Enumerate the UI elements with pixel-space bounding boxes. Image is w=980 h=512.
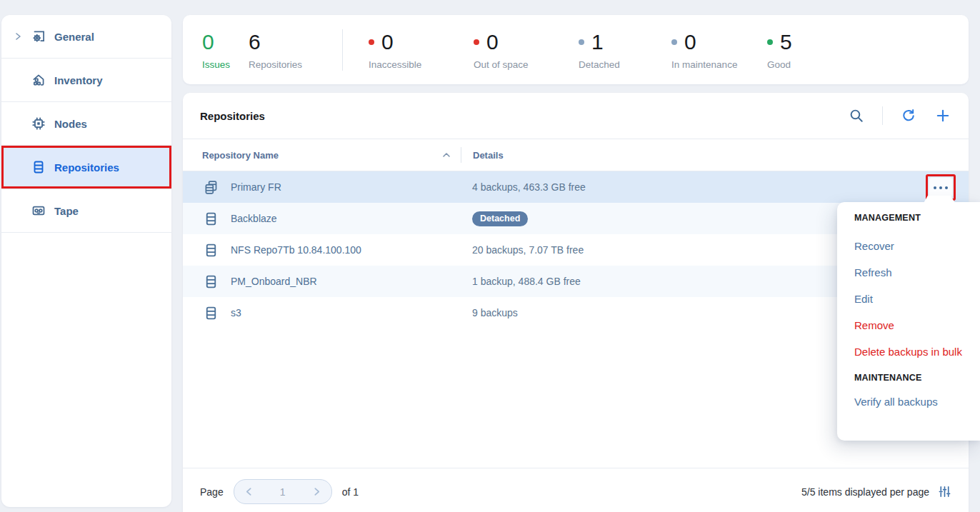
menu-item-verify-all-backups[interactable]: Verify all backups bbox=[837, 388, 980, 415]
status-dot bbox=[767, 39, 773, 45]
repository-name: NFS Repo7Tb 10.84.100.100 bbox=[231, 244, 461, 256]
add-repository-icon[interactable] bbox=[934, 107, 951, 124]
stat-label: Inaccessible bbox=[369, 59, 421, 70]
sidebar-item-label: Nodes bbox=[54, 118, 87, 130]
repository-details: 4 backups, 463.3 GB free bbox=[461, 181, 586, 193]
stat-label: Good bbox=[767, 59, 791, 70]
menu-section-header: MAINTENANCE bbox=[837, 367, 980, 388]
repository-name: Primary FR bbox=[231, 181, 461, 193]
chevron-right-icon[interactable] bbox=[13, 32, 23, 41]
stat-value: 6 bbox=[249, 30, 261, 54]
sidebar-item-general[interactable]: General bbox=[1, 15, 171, 59]
menu-item-remove[interactable]: Remove bbox=[837, 312, 980, 338]
stat-label: Repositories bbox=[249, 59, 302, 70]
stats-divider bbox=[342, 29, 343, 71]
repository-name: Backblaze bbox=[231, 213, 461, 224]
sidebar-item-label: General bbox=[54, 31, 94, 43]
stat-value: 0 bbox=[486, 30, 499, 54]
repository-details: 9 backups bbox=[461, 307, 518, 318]
menu-item-recover[interactable]: Recover bbox=[837, 233, 980, 259]
items-per-page-settings-icon[interactable] bbox=[938, 485, 951, 498]
repository-icon bbox=[202, 241, 219, 258]
sidebar: General Inventory Nodes bbox=[1, 15, 171, 507]
status-badge: Detached bbox=[472, 211, 528, 226]
stat-repositories: 6 Repositories bbox=[249, 30, 302, 70]
menu-item-delete-backups-in-bulk[interactable]: Delete backups in bulk bbox=[837, 338, 980, 365]
scale-out-repository-icon bbox=[202, 179, 219, 196]
stat-inaccessible: 0 Inaccessible bbox=[369, 30, 474, 70]
repository-details: 20 backups, 7.07 TB free bbox=[461, 244, 584, 256]
row-actions-context-menu: MANAGEMENT Recover Refresh Edit Remove D… bbox=[837, 202, 980, 441]
page-title: Repositories bbox=[200, 110, 848, 122]
status-summary-bar: 0 Issues 6 Repositories 0 Inaccessible 0… bbox=[183, 15, 969, 84]
stat-label: In maintenance bbox=[671, 59, 737, 70]
items-per-page-label: 5/5 items displayed per page bbox=[801, 486, 929, 498]
context-menu-pointer bbox=[923, 196, 956, 204]
table-row[interactable]: Primary FR 4 backups, 463.3 GB free bbox=[183, 171, 969, 203]
sidebar-item-nodes[interactable]: Nodes bbox=[1, 102, 171, 146]
previous-page-icon[interactable] bbox=[244, 487, 254, 496]
repository-details: 1 backup, 488.4 GB free bbox=[461, 276, 581, 287]
nodes-chip-icon bbox=[30, 115, 47, 132]
repository-icon bbox=[202, 273, 219, 290]
stat-value: 0 bbox=[684, 30, 696, 54]
tape-icon bbox=[30, 202, 47, 219]
stat-in-maintenance: 0 In maintenance bbox=[671, 30, 767, 70]
pager-control: 1 bbox=[234, 479, 332, 504]
page-label: Page bbox=[200, 486, 224, 498]
repository-name: PM_Onboard_NBR bbox=[231, 276, 461, 287]
general-gear-icon bbox=[30, 28, 47, 45]
row-actions-button[interactable] bbox=[929, 177, 953, 198]
sidebar-item-repositories[interactable]: Repositories bbox=[1, 146, 171, 189]
next-page-icon[interactable] bbox=[312, 487, 321, 496]
repository-icon bbox=[30, 159, 47, 176]
repository-icon bbox=[202, 304, 219, 321]
status-dot bbox=[579, 39, 584, 45]
stat-good: 5 Good bbox=[767, 30, 824, 70]
stat-detached: 1 Detached bbox=[579, 30, 671, 70]
status-dot bbox=[369, 39, 374, 45]
stat-value: 0 bbox=[381, 30, 394, 54]
menu-section-header: MANAGEMENT bbox=[837, 207, 980, 229]
menu-item-refresh[interactable]: Refresh bbox=[837, 259, 980, 286]
ellipsis-icon bbox=[934, 186, 936, 189]
sidebar-item-tape[interactable]: Tape bbox=[1, 189, 171, 233]
stat-value: 5 bbox=[780, 30, 792, 54]
stat-label: Issues bbox=[202, 59, 230, 70]
column-label: Repository Name bbox=[202, 150, 279, 161]
refresh-icon[interactable] bbox=[900, 107, 917, 124]
toolbar-divider bbox=[882, 106, 883, 125]
stat-issues: 0 Issues bbox=[202, 30, 230, 70]
stat-label: Out of space bbox=[474, 59, 529, 70]
search-icon[interactable] bbox=[848, 107, 865, 124]
sidebar-item-inventory[interactable]: Inventory bbox=[1, 59, 171, 102]
status-dot bbox=[671, 39, 677, 45]
column-repository-name[interactable]: Repository Name bbox=[202, 150, 454, 161]
menu-item-edit[interactable]: Edit bbox=[837, 286, 980, 312]
status-dot bbox=[474, 39, 479, 45]
sidebar-item-label: Repositories bbox=[54, 161, 119, 174]
repository-name: s3 bbox=[231, 307, 461, 318]
stat-value: 1 bbox=[591, 30, 604, 54]
page-total-label: of 1 bbox=[342, 486, 359, 498]
stat-out-of-space: 0 Out of space bbox=[474, 30, 579, 70]
stat-label: Detached bbox=[579, 59, 620, 70]
sidebar-item-label: Inventory bbox=[54, 74, 103, 86]
sidebar-item-label: Tape bbox=[54, 205, 79, 217]
stat-value: 0 bbox=[202, 30, 214, 54]
column-details: Details bbox=[461, 150, 504, 161]
sort-ascending-icon[interactable] bbox=[442, 152, 451, 158]
inventory-icon bbox=[30, 71, 47, 89]
repository-icon bbox=[202, 210, 219, 227]
pagination-bar: Page 1 of 1 5/5 items displayed per page bbox=[183, 468, 969, 512]
table-header: Repository Name Details bbox=[183, 139, 969, 171]
current-page-number[interactable]: 1 bbox=[280, 486, 286, 498]
